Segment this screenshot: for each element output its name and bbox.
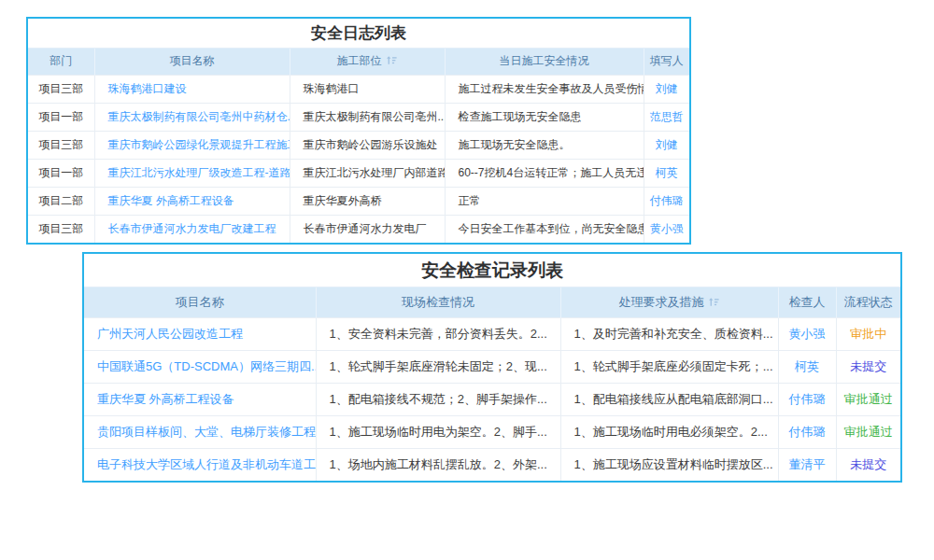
status-badge[interactable]: 未提交 (836, 350, 900, 383)
dept-cell: 项目一部 (28, 103, 94, 131)
inspector-link[interactable]: 董清平 (778, 448, 836, 481)
safety-log-body: 项目三部 珠海鹤港口建设 珠海鹤港口 施工过程未发生安全事故及人员受伤情况 刘健… (28, 75, 689, 243)
inspector-link[interactable]: 付伟璐 (778, 415, 836, 448)
dept-cell: 项目二部 (28, 187, 94, 215)
col-header-project: 项目名称 (84, 287, 316, 317)
col-header-label: 部门 (50, 54, 72, 67)
col-header-label: 处理要求及措施 (619, 295, 704, 309)
site-cell: 长春市伊通河水力发电厂 (290, 215, 445, 243)
project-link[interactable]: 电子科技大学区域人行道及非机动车道工... (84, 448, 316, 481)
table-row: 项目三部 长春市伊通河水力发电厂改建工程 长春市伊通河水力发电厂 今日安全工作基… (28, 215, 689, 243)
writer-link[interactable]: 黄小强 (644, 215, 689, 243)
table-row: 项目一部 重庆太极制药有限公司亳州中药材仓... 重庆太极制药有限公司亳州...… (28, 103, 689, 131)
dept-cell: 项目三部 (28, 75, 94, 103)
site-cell: 重庆华夏外高桥 (290, 187, 445, 215)
table-row: 中国联通5G（TD-SCDMA）网络三期四... 1、轮式脚手架底座滑轮未固定；… (84, 350, 900, 383)
project-link[interactable]: 重庆华夏 外高桥工程设备 (84, 383, 316, 415)
safety-inspection-panel: 安全检查记录列表 项目名称 现场检查情况 处理要求及措施 检查人 流程状态 广州… (82, 252, 902, 483)
safety-inspection-body: 广州天河人民公园改造工程 1、安全资料未完善，部分资料丢失。2... 1、及时完… (84, 317, 900, 481)
safety-log-header-row: 部门 项目名称 施工部位 当日施工安全情况 填写人 (28, 49, 689, 75)
col-header-check: 现场检查情况 (316, 287, 560, 317)
col-header-label: 填写人 (650, 54, 684, 67)
table-row: 贵阳项目样板间、大堂、电梯厅装修工程 1、施工现场临时用电为架空。2、脚手...… (84, 415, 900, 448)
sort-amount-icon[interactable] (708, 296, 720, 308)
site-cell: 重庆太极制药有限公司亳州... (290, 103, 445, 131)
table-row: 重庆华夏 外高桥工程设备 1、配电箱接线不规范；2、脚手架操作... 1、配电箱… (84, 383, 900, 415)
table-row: 电子科技大学区域人行道及非机动车道工... 1、场地内施工材料乱摆乱放。2、外架… (84, 448, 900, 481)
project-link[interactable]: 重庆华夏 外高桥工程设备 (94, 187, 290, 215)
table-row: 项目三部 珠海鹤港口建设 珠海鹤港口 施工过程未发生安全事故及人员受伤情况 刘健 (28, 75, 689, 103)
col-header-dept: 部门 (28, 49, 94, 75)
inspector-link[interactable]: 付伟璐 (778, 383, 836, 415)
table-row: 项目一部 重庆江北污水处理厂级改造工程-道路... 重庆江北污水处理厂内部道路 … (28, 159, 689, 187)
project-link[interactable]: 中国联通5G（TD-SCDMA）网络三期四... (84, 350, 316, 383)
status-badge[interactable]: 审批中 (836, 317, 900, 350)
check-cell: 1、轮式脚手架底座滑轮未固定；2、现... (316, 350, 560, 383)
measure-cell: 1、配电箱接线应从配电箱底部洞口... (560, 383, 778, 415)
col-header-label: 现场检查情况 (402, 295, 474, 309)
dept-cell: 项目一部 (28, 159, 94, 187)
table-row: 项目二部 重庆华夏 外高桥工程设备 重庆华夏外高桥 正常 付伟璐 (28, 187, 689, 215)
writer-link[interactable]: 范思哲 (644, 103, 689, 131)
col-header-inspector: 检查人 (778, 287, 836, 317)
col-header-label: 检查人 (789, 295, 826, 309)
col-header-situation: 当日施工安全情况 (445, 49, 644, 75)
col-header-site-sortable[interactable]: 施工部位 (290, 49, 445, 75)
situation-cell: 施工过程未发生安全事故及人员受伤情况 (445, 75, 644, 103)
site-cell: 重庆江北污水处理厂内部道路 (290, 159, 445, 187)
measure-cell: 1、轮式脚手架底座必须固定卡死；... (560, 350, 778, 383)
check-cell: 1、场地内施工材料乱摆乱放。2、外架... (316, 448, 560, 481)
site-cell: 重庆市鹅岭公园游乐设施处 (290, 131, 445, 159)
table-row: 广州天河人民公园改造工程 1、安全资料未完善，部分资料丢失。2... 1、及时完… (84, 317, 900, 350)
project-link[interactable]: 长春市伊通河水力发电厂改建工程 (94, 215, 290, 243)
safety-inspection-header-row: 项目名称 现场检查情况 处理要求及措施 检查人 流程状态 (84, 287, 900, 317)
project-link[interactable]: 重庆市鹅岭公园绿化景观提升工程施工 (94, 131, 290, 159)
col-header-label: 项目名称 (176, 295, 224, 309)
status-badge[interactable]: 审批通过 (836, 415, 900, 448)
measure-cell: 1、及时完善和补充安全、质检资料... (560, 317, 778, 350)
writer-link[interactable]: 柯英 (644, 159, 689, 187)
col-header-label: 施工部位 (337, 54, 382, 67)
project-link[interactable]: 重庆江北污水处理厂级改造工程-道路... (94, 159, 290, 187)
col-header-label: 流程状态 (844, 295, 893, 309)
col-header-measure-sortable[interactable]: 处理要求及措施 (560, 287, 778, 317)
status-badge[interactable]: 未提交 (836, 448, 900, 481)
sort-amount-icon[interactable] (386, 54, 398, 66)
status-badge[interactable]: 审批通过 (836, 383, 900, 415)
situation-cell: 今日安全工作基本到位，尚无安全隐患... (445, 215, 644, 243)
col-header-label: 当日施工安全情况 (500, 54, 589, 67)
safety-log-panel: 安全日志列表 部门 项目名称 施工部位 当日施工安全情况 填写人 项目三部 珠海… (26, 17, 691, 245)
safety-inspection-title: 安全检查记录列表 (84, 254, 900, 287)
measure-cell: 1、施工现场临时用电必须架空。2... (560, 415, 778, 448)
inspector-link[interactable]: 黄小强 (778, 317, 836, 350)
dept-cell: 项目三部 (28, 131, 94, 159)
dept-cell: 项目三部 (28, 215, 94, 243)
check-cell: 1、施工现场临时用电为架空。2、脚手... (316, 415, 560, 448)
col-header-writer: 填写人 (644, 49, 689, 75)
check-cell: 1、配电箱接线不规范；2、脚手架操作... (316, 383, 560, 415)
writer-link[interactable]: 刘健 (644, 75, 689, 103)
measure-cell: 1、施工现场应设置材料临时摆放区... (560, 448, 778, 481)
project-link[interactable]: 珠海鹤港口建设 (94, 75, 290, 103)
col-header-project: 项目名称 (94, 49, 290, 75)
site-cell: 珠海鹤港口 (290, 75, 445, 103)
col-header-status: 流程状态 (836, 287, 900, 317)
situation-cell: 60--7挖机4台运转正常；施工人员无违... (445, 159, 644, 187)
situation-cell: 检查施工现场无安全隐患 (445, 103, 644, 131)
safety-log-title: 安全日志列表 (28, 19, 689, 49)
project-link[interactable]: 广州天河人民公园改造工程 (84, 317, 316, 350)
situation-cell: 正常 (445, 187, 644, 215)
project-link[interactable]: 重庆太极制药有限公司亳州中药材仓... (94, 103, 290, 131)
writer-link[interactable]: 付伟璐 (644, 187, 689, 215)
table-row: 项目三部 重庆市鹅岭公园绿化景观提升工程施工 重庆市鹅岭公园游乐设施处 施工现场… (28, 131, 689, 159)
check-cell: 1、安全资料未完善，部分资料丢失。2... (316, 317, 560, 350)
project-link[interactable]: 贵阳项目样板间、大堂、电梯厅装修工程 (84, 415, 316, 448)
situation-cell: 施工现场无安全隐患。 (445, 131, 644, 159)
safety-inspection-table: 项目名称 现场检查情况 处理要求及措施 检查人 流程状态 广州天河人民公园改造工… (84, 287, 900, 481)
inspector-link[interactable]: 柯英 (778, 350, 836, 383)
writer-link[interactable]: 刘健 (644, 131, 689, 159)
safety-log-table: 部门 项目名称 施工部位 当日施工安全情况 填写人 项目三部 珠海鹤港口建设 珠… (28, 49, 689, 243)
col-header-label: 项目名称 (170, 54, 215, 67)
